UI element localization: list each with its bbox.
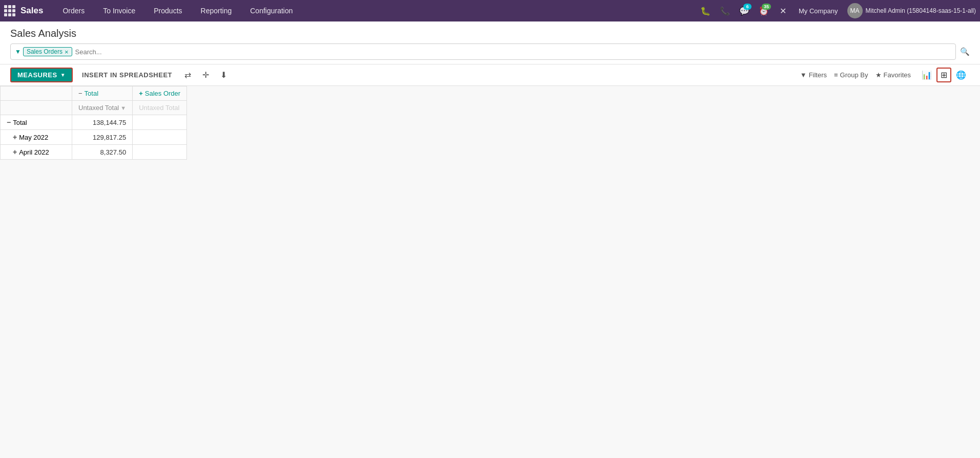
nav-products[interactable]: Products: [144, 0, 191, 21]
measures-arrow-icon: ▼: [60, 72, 66, 78]
avatar[interactable]: MA: [847, 3, 863, 18]
search-tag-sales-orders[interactable]: Sales Orders ×: [23, 47, 72, 56]
nav-configuration[interactable]: Configuration: [241, 0, 302, 21]
measures-label: MEASURES: [17, 71, 57, 79]
collapse-row-icon[interactable]: −: [7, 118, 11, 126]
april-2022-value: 8,327.50: [72, 145, 133, 160]
pivot-view-button[interactable]: ⊞: [936, 68, 951, 82]
swap-icon[interactable]: ⇄: [181, 68, 194, 82]
map-view-button[interactable]: 🌐: [952, 68, 970, 82]
total-value: 138,144.75: [72, 115, 133, 130]
insert-spreadsheet-button[interactable]: INSERT IN SPREADSHEET: [78, 69, 176, 81]
search-input[interactable]: [75, 48, 951, 56]
group-by-label: Group By: [840, 71, 868, 79]
user-name[interactable]: Mitchell Admin (15804148-saas-15-1-all): [866, 7, 976, 14]
measures-button[interactable]: MEASURES ▼: [10, 68, 73, 82]
nav-to-invoice[interactable]: To Invoice: [94, 0, 144, 21]
table-row: − Total 138,144.75: [1, 115, 187, 130]
measure-header-sales-order: Untaxed Total: [133, 101, 187, 115]
filters-label: Filters: [809, 71, 827, 79]
filter-icon: ▼: [800, 71, 807, 79]
measure-col-empty: [1, 101, 72, 115]
col-sales-order-label: Sales Order: [145, 90, 180, 97]
nav-reporting[interactable]: Reporting: [192, 0, 241, 21]
download-icon[interactable]: ⬇: [217, 68, 230, 82]
april-2022-sales-order-value: [133, 145, 187, 160]
toolbar: MEASURES ▼ INSERT IN SPREADSHEET ⇄ ✛ ⬇ ▼…: [0, 64, 980, 86]
pivot-table: − Total + Sales Order Untaxed Total ▼: [0, 86, 187, 160]
add-icon[interactable]: ✛: [199, 68, 212, 82]
may-2022-label: May 2022: [19, 134, 48, 141]
total-label: Total: [13, 119, 27, 126]
nav-orders[interactable]: Orders: [53, 0, 94, 21]
measure-header-total: Untaxed Total ▼: [72, 101, 133, 115]
top-nav: Sales Orders To Invoice Products Reporti…: [0, 0, 980, 21]
row-header-empty: [1, 86, 72, 101]
expand-april-icon[interactable]: +: [13, 148, 17, 156]
filters-button[interactable]: ▼ Filters: [800, 71, 827, 79]
untaxed-total-sales-order-label: Untaxed Total: [139, 104, 179, 112]
expand-sales-order-icon[interactable]: +: [139, 90, 143, 97]
toolbar-right: ▼ Filters ≡ Group By ★ Favorites 📊 ⊞ 🌐: [800, 68, 970, 82]
insert-label: INSERT IN SPREADSHEET: [82, 71, 172, 79]
group-by-icon: ≡: [834, 71, 838, 79]
measure-sort-icon[interactable]: ▼: [120, 105, 126, 111]
search-row: ▼ Sales Orders × 🔍: [10, 43, 970, 60]
favorites-label: Favorites: [884, 71, 911, 79]
company-name[interactable]: My Company: [795, 7, 842, 15]
main-content: − Total + Sales Order Untaxed Total ▼: [0, 86, 980, 458]
app-name: Sales: [20, 6, 43, 16]
bug-icon[interactable]: 🐛: [697, 3, 714, 19]
col-total-label: Total: [85, 90, 98, 97]
remove-filter-icon[interactable]: ×: [65, 49, 69, 55]
search-bar[interactable]: ▼ Sales Orders ×: [10, 43, 956, 60]
search-icon[interactable]: 🔍: [960, 47, 970, 56]
col-total-header: − Total: [72, 86, 133, 101]
top-nav-menu: Orders To Invoice Products Reporting Con…: [53, 0, 697, 21]
may-2022-sales-order-value: [133, 130, 187, 145]
activity-icon[interactable]: ⏰ 35: [756, 3, 772, 19]
globe-icon: 🌐: [956, 70, 966, 80]
may-2022-value: 129,817.25: [72, 130, 133, 145]
activity-badge: 35: [762, 4, 771, 10]
bar-chart-icon: 📊: [922, 70, 932, 80]
topnav-right: 🐛 📞 💬 6 ⏰ 35 ✕ My Company MA Mitchell Ad…: [697, 3, 976, 19]
subheader: Sales Analysis ▼ Sales Orders × 🔍: [0, 21, 980, 64]
row-label-may-2022: + May 2022: [1, 130, 72, 145]
row-label-april-2022: + April 2022: [1, 145, 72, 160]
col-sales-order-header: + Sales Order: [133, 86, 187, 101]
table-row: + April 2022 8,327.50: [1, 145, 187, 160]
collapse-total-icon[interactable]: −: [78, 90, 82, 97]
group-by-button[interactable]: ≡ Group By: [834, 71, 868, 79]
phone-icon[interactable]: 📞: [717, 3, 733, 19]
chat-icon[interactable]: 💬 6: [736, 3, 753, 19]
tag-label: Sales Orders: [27, 48, 62, 55]
total-sales-order-value: [133, 115, 187, 130]
pivot-grid-icon: ⊞: [941, 70, 947, 80]
favorites-button[interactable]: ★ Favorites: [875, 71, 911, 79]
april-2022-label: April 2022: [19, 148, 49, 156]
star-icon: ★: [875, 71, 882, 79]
page-title: Sales Analysis: [10, 28, 970, 39]
chat-badge: 6: [743, 4, 752, 10]
expand-may-icon[interactable]: +: [13, 133, 17, 141]
apps-grid-icon[interactable]: [4, 5, 15, 16]
table-row: + May 2022 129,817.25: [1, 130, 187, 145]
untaxed-total-label: Untaxed Total: [78, 104, 119, 112]
close-icon[interactable]: ✕: [775, 3, 791, 19]
row-label-total: − Total: [1, 115, 72, 130]
filter-funnel-icon: ▼: [15, 48, 21, 55]
view-toggle-group: 📊 ⊞ 🌐: [918, 68, 970, 82]
bar-chart-view-button[interactable]: 📊: [918, 68, 935, 82]
